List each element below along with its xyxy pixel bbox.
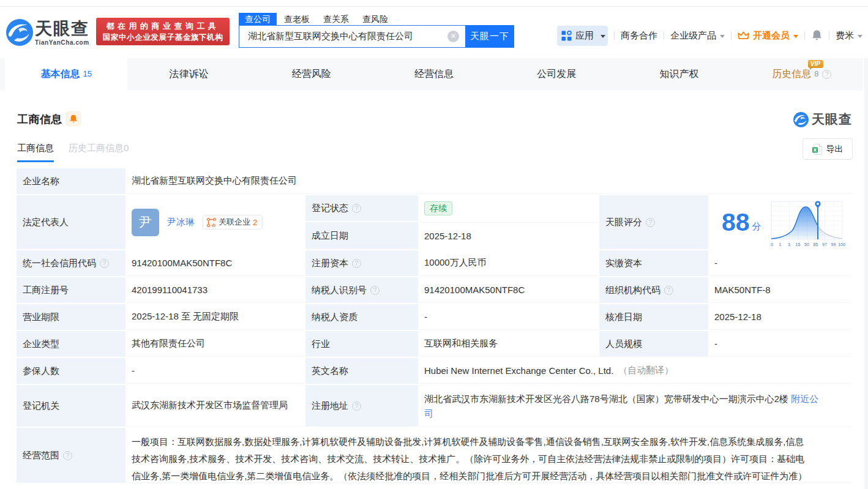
- apps-label: 应用: [575, 30, 594, 42]
- cell-label-text: 成立日期: [312, 230, 348, 242]
- tab-count: 15: [83, 69, 91, 78]
- tab-history-info[interactable]: 历史信息 8 ? VIP: [741, 58, 863, 91]
- company-nav-tabs: 基本信息 15 法律诉讼 经营风险 经营信息 公司发展 知识产权 历史信息 8 …: [0, 58, 868, 91]
- bell-icon: [811, 29, 823, 42]
- notifications-button[interactable]: [811, 29, 823, 42]
- logo-domain: TianYanCha.com: [35, 39, 89, 46]
- address-text: 湖北省武汉市东湖新技术开发区光谷八路78号湖北（国家）宽带研发中心一期演示中心2…: [424, 394, 788, 404]
- export-button[interactable]: 导出: [803, 138, 853, 160]
- insured-count-value: -: [127, 358, 304, 384]
- english-name-text: Hubei New Internet Exchange Center Co., …: [424, 365, 613, 376]
- reg-status-label: 登记状态?: [305, 195, 418, 221]
- subtab-history-business-info[interactable]: 历史工商信息0: [69, 143, 129, 162]
- help-icon[interactable]: ?: [100, 259, 109, 268]
- apps-menu[interactable]: 应用: [557, 26, 608, 46]
- cell-label-text: 工商注册号: [23, 285, 69, 296]
- banner-line2: 国家中小企业发展子基金旗下机构: [96, 32, 230, 43]
- reg-address-value: 湖北省武汉市东湖新技术开发区光谷八路78号湖北（国家）宽带研发中心一期演示中心2…: [419, 385, 851, 427]
- business-coop-link[interactable]: 商务合作: [621, 30, 657, 42]
- legal-rep-avatar[interactable]: 尹: [132, 209, 159, 236]
- help-icon[interactable]: ?: [352, 204, 361, 213]
- section-title: 工商信息: [17, 112, 62, 127]
- top-divider: [0, 6, 868, 7]
- divider: [664, 31, 664, 40]
- search-box: ✕ 天眼一下: [239, 25, 514, 48]
- business-term-value: 2025-12-18 至 无固定期限: [127, 304, 304, 330]
- credit-code-label: 统一社会信用代码?: [17, 250, 125, 276]
- cell-label-text: 企业名称: [23, 176, 59, 187]
- english-name-label: 英文名称: [305, 358, 418, 384]
- svg-text:3: 3: [788, 242, 790, 247]
- header-nav: 应用 商务合作 企业级产品 开通会员 费米: [557, 25, 862, 46]
- tab-operation-risk[interactable]: 经营风险: [250, 58, 373, 91]
- svg-text:99: 99: [831, 242, 836, 247]
- cell-label-text: 人员规模: [605, 338, 642, 350]
- search-input[interactable]: [248, 31, 447, 42]
- cell-label-text: 法定代表人: [23, 217, 69, 228]
- score-value[interactable]: 88 分: [709, 195, 851, 249]
- legal-rep-name-link[interactable]: 尹冰琳: [167, 217, 195, 228]
- english-name-value: Hubei New Internet Exchange Center Co., …: [419, 358, 851, 384]
- cell-label-text: 登记状态: [312, 203, 348, 214]
- user-caret-icon: [858, 35, 862, 38]
- tab-label: 经营信息: [414, 68, 454, 81]
- reg-authority-label: 登记机关: [17, 385, 125, 427]
- help-icon[interactable]: ?: [822, 70, 831, 79]
- related-companies-label: 关联企业: [219, 217, 250, 228]
- help-icon[interactable]: ?: [646, 218, 655, 227]
- svg-text:1: 1: [779, 242, 781, 247]
- user-menu[interactable]: 费米: [836, 30, 862, 42]
- score-number: 88: [722, 210, 750, 235]
- company-name-label: 企业名称: [17, 168, 125, 194]
- legal-rep-value: 尹 尹冰琳 企 关联企业 2: [127, 195, 304, 249]
- tab-count: 8: [814, 69, 818, 78]
- cell-label-text: 核准日期: [605, 312, 642, 323]
- monitor-bell-button[interactable]: [65, 111, 81, 126]
- reg-capital-label: 注册资本?: [305, 250, 418, 276]
- paid-capital-value: -: [709, 250, 851, 276]
- vip-upgrade-link[interactable]: 开通会员: [738, 30, 798, 42]
- help-icon[interactable]: ?: [664, 286, 673, 295]
- tab-legal[interactable]: 法律诉讼: [127, 58, 250, 91]
- scrollbar[interactable]: [863, 58, 868, 489]
- help-icon[interactable]: ?: [352, 259, 361, 268]
- tab-label: 基本信息: [40, 68, 80, 81]
- status-badge: 存续: [424, 201, 452, 215]
- help-icon[interactable]: ?: [63, 451, 72, 460]
- tab-label: 经营风险: [292, 68, 331, 81]
- cell-label-text: 纳税人资质: [312, 312, 357, 323]
- approval-date-label: 核准日期: [599, 304, 708, 330]
- enterprise-product-label: 企业级产品: [670, 30, 716, 42]
- org-code-label: 组织机构代码?: [599, 277, 708, 303]
- tab-label: 知识产权: [660, 68, 699, 81]
- enterprise-caret-icon: [720, 35, 725, 38]
- tab-company-development[interactable]: 公司发展: [495, 58, 618, 91]
- svg-text:50: 50: [804, 242, 809, 247]
- site-logo[interactable]: 天眼查 TianYanCha.com: [6, 19, 89, 46]
- related-companies-badge[interactable]: 企 关联企业 2: [203, 215, 263, 230]
- cell-label-text: 经营范围: [23, 450, 59, 461]
- tab-basic-info[interactable]: 基本信息 15: [5, 58, 127, 91]
- vip-caret-icon: [793, 35, 798, 38]
- watermark-logo: 天眼查: [793, 111, 852, 128]
- taxpayer-quality-label: 纳税人资质: [305, 304, 418, 330]
- user-name: 费米: [836, 30, 854, 42]
- enterprise-product-link[interactable]: 企业级产品: [670, 30, 725, 42]
- help-icon[interactable]: ?: [352, 401, 361, 411]
- business-scope-value: 一般项目：互联网数据服务,数据处理服务,计算机软硬件及辅助设备批发,计算机软硬件…: [127, 428, 851, 483]
- industry-value: 互联网和相关服务: [419, 331, 598, 357]
- tab-operation-info[interactable]: 经营信息: [373, 58, 495, 91]
- company-type-value: 其他有限责任公司: [127, 331, 304, 357]
- help-icon[interactable]: ?: [370, 286, 380, 295]
- search-button[interactable]: 天眼一下: [465, 25, 514, 48]
- logo-text: 天眼查: [35, 19, 89, 38]
- score-unit: 分: [752, 221, 761, 233]
- cell-label-text: 营业期限: [23, 312, 59, 323]
- apps-caret-icon: [600, 35, 605, 38]
- subtab-business-info[interactable]: 工商信息: [17, 143, 54, 162]
- divider: [614, 31, 615, 40]
- reg-number-label: 工商注册号: [17, 277, 125, 303]
- tab-label: 公司发展: [537, 68, 576, 81]
- clear-search-icon[interactable]: ✕: [447, 31, 459, 42]
- tab-intellectual-property[interactable]: 知识产权: [618, 58, 740, 91]
